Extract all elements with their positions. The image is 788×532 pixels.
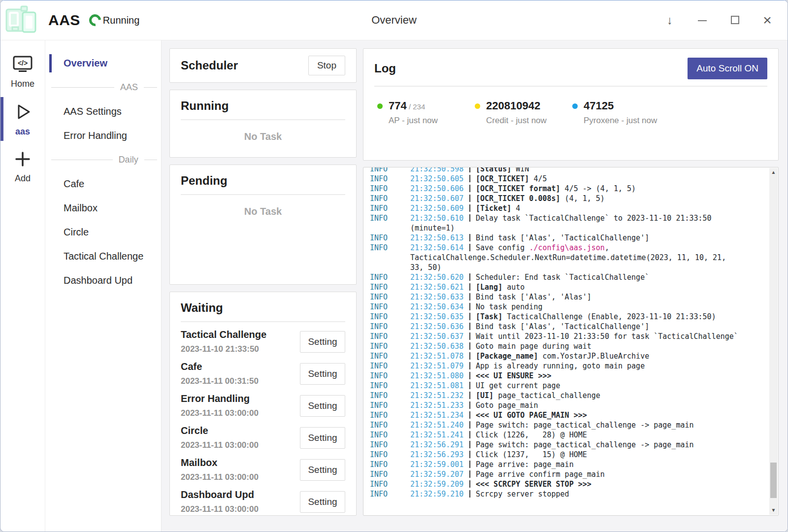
log-timestamp: 21:32:56.291 bbox=[410, 440, 465, 450]
nav-item-error-handling[interactable]: Error Handling bbox=[45, 124, 161, 148]
setting-button[interactable]: Setting bbox=[300, 491, 345, 513]
log-column: Log Auto Scroll ON 774 / 234AP - just no… bbox=[363, 48, 779, 516]
log-level: INFO bbox=[370, 312, 410, 322]
log-timestamp: 21:32:50.605 bbox=[410, 174, 465, 184]
log-message-segment: Goto page_main bbox=[476, 401, 538, 410]
log-separator bbox=[469, 175, 470, 182]
nav-item-aas-settings[interactable]: AAS Settings bbox=[45, 100, 161, 124]
log-message-segment: Bind task ['Alas', 'Alas'] bbox=[476, 293, 591, 301]
page-title: Overview bbox=[371, 14, 417, 27]
log-viewport[interactable]: INFO21:32:50.598[Status] WININFO21:32:50… bbox=[363, 167, 770, 515]
divider-line bbox=[51, 87, 114, 88]
scheduler-card: Scheduler Stop bbox=[169, 48, 357, 83]
nav-item-circle[interactable]: Circle bbox=[45, 220, 161, 244]
setting-button[interactable]: Setting bbox=[300, 427, 345, 449]
log-level: INFO bbox=[370, 460, 410, 469]
log-separator bbox=[469, 431, 470, 438]
log-entry: INFO21:32:50.605[OCR_TICKET] 4/5 bbox=[370, 174, 770, 184]
log-timestamp: 21:32:50.635 bbox=[410, 312, 465, 322]
log-separator bbox=[469, 372, 470, 379]
setting-button[interactable]: Setting bbox=[300, 459, 345, 481]
nav-item-mailbox[interactable]: Mailbox bbox=[45, 196, 161, 220]
nav-item-dashboard-upd[interactable]: Dashboard Upd bbox=[45, 268, 161, 293]
log-message-segment: Click (1226, 28) @ HOME bbox=[476, 431, 587, 439]
waiting-task-name: Mailbox bbox=[181, 457, 259, 468]
divider bbox=[181, 194, 345, 195]
stop-button[interactable]: Stop bbox=[308, 56, 345, 75]
log-message-segment: Page switch: page_tactical_challenge -> … bbox=[476, 421, 694, 430]
log-entry: INFO21:32:59.207Page arrive confirm page… bbox=[370, 469, 770, 479]
nav-item-cafe[interactable]: Cafe bbox=[45, 172, 161, 196]
log-timestamp: 21:32:59.210 bbox=[410, 489, 465, 499]
waiting-task-row: Cafe2023-11-11 00:31:50Setting bbox=[181, 361, 345, 386]
rail-item-add[interactable]: Add bbox=[0, 143, 45, 190]
log-separator bbox=[469, 303, 470, 310]
log-message-segment: No task pending bbox=[476, 302, 542, 311]
log-separator bbox=[469, 401, 470, 409]
log-message-segment: TacticalChallenge.Scheduler.NextRun=date… bbox=[410, 253, 726, 262]
waiting-task-next-run: 2023-11-11 03:00:00 bbox=[181, 504, 259, 514]
minimize-icon[interactable] bbox=[695, 13, 710, 27]
waiting-task-next-run: 2023-11-11 03:00:00 bbox=[181, 408, 259, 418]
log-separator bbox=[469, 392, 470, 399]
log-timestamp: 21:32:50.606 bbox=[410, 184, 465, 194]
divider bbox=[181, 321, 345, 322]
log-level: INFO bbox=[370, 213, 410, 223]
download-update-icon[interactable]: ↓ bbox=[662, 13, 677, 27]
log-message-segment: [OCR_TICKET format] bbox=[476, 184, 560, 193]
stat-suffix: / 234 bbox=[407, 102, 426, 111]
log-message-segment: Page arrive confirm page_main bbox=[476, 470, 605, 479]
waiting-task-info: Mailbox2023-11-11 03:00:00 bbox=[181, 457, 259, 482]
log-entry: INFO21:32:50.633Bind task ['Alas', 'Alas… bbox=[370, 292, 770, 302]
divider-line bbox=[51, 160, 113, 160]
log-separator bbox=[469, 283, 470, 291]
maximize-icon[interactable] bbox=[727, 13, 742, 27]
nav-item-tactical-challenge[interactable]: Tactical Challenge bbox=[45, 244, 161, 268]
log-separator bbox=[469, 204, 470, 212]
log-timestamp: 21:32:51.078 bbox=[410, 351, 465, 361]
waiting-task-next-run: 2023-11-11 00:31:50 bbox=[181, 376, 259, 386]
pending-empty-text: No Task bbox=[181, 206, 345, 217]
waiting-task-next-run: 2023-11-10 21:33:50 bbox=[181, 344, 266, 354]
scheduler-title: Scheduler bbox=[181, 59, 238, 72]
rail-item-home[interactable]: </>Home bbox=[0, 48, 45, 95]
nav-item-overview[interactable]: Overview bbox=[45, 51, 161, 75]
setting-button[interactable]: Setting bbox=[300, 363, 345, 385]
auto-scroll-button[interactable]: Auto Scroll ON bbox=[688, 58, 767, 79]
log-message-segment: Delay task `TacticalChallenge` to 2023-1… bbox=[476, 214, 712, 223]
nav-group-label: Daily bbox=[113, 155, 144, 165]
log-entry: INFO21:32:51.234<<< UI GOTO PAGE_MAIN >>… bbox=[370, 410, 770, 420]
waiting-task-next-run: 2023-11-11 03:00:00 bbox=[181, 472, 259, 482]
log-entry: INFO21:32:50.609[Ticket] 4 bbox=[370, 203, 770, 213]
log-level: INFO bbox=[370, 489, 410, 499]
log-level: INFO bbox=[370, 430, 410, 440]
log-separator bbox=[469, 490, 470, 498]
log-message-segment: [Status] bbox=[476, 167, 511, 173]
waiting-task-row: Circle2023-11-11 03:00:00Setting bbox=[181, 425, 345, 450]
log-message-segment: [Task] bbox=[476, 312, 502, 321]
stat-text: 774 / 234AP - just now bbox=[389, 100, 438, 126]
pending-card: Pending No Task bbox=[169, 165, 357, 285]
log-entry: INFO21:32:51.233Goto page_main bbox=[370, 400, 770, 410]
log-message-segment: App is already running, goto main page bbox=[476, 362, 645, 370]
log-card: Log Auto Scroll ON 774 / 234AP - just no… bbox=[363, 48, 779, 161]
waiting-task-name: Tactical Challenge bbox=[181, 329, 266, 340]
icon-rail: </>HomeaasAdd bbox=[0, 40, 45, 532]
log-level: INFO bbox=[370, 341, 410, 351]
divider bbox=[181, 119, 345, 120]
scrollbar-thumb[interactable] bbox=[770, 463, 777, 498]
scroll-down-icon[interactable]: ▼ bbox=[769, 506, 778, 514]
nav-group-label: AAS bbox=[114, 82, 144, 93]
setting-button[interactable]: Setting bbox=[300, 331, 345, 353]
log-entry: INFO21:32:51.232[UI] page_tactical_chall… bbox=[370, 391, 770, 400]
scroll-up-icon[interactable]: ▲ bbox=[769, 168, 778, 176]
log-separator bbox=[469, 421, 470, 429]
waiting-task-info: Circle2023-11-11 03:00:00 bbox=[181, 425, 259, 450]
svg-text:</>: </> bbox=[18, 59, 28, 67]
waiting-task-name: Cafe bbox=[181, 361, 259, 372]
setting-button[interactable]: Setting bbox=[300, 395, 345, 417]
log-scrollbar[interactable]: ▲ ▼ bbox=[769, 168, 778, 515]
rail-item-aas[interactable]: aas bbox=[0, 95, 45, 143]
close-icon[interactable]: × bbox=[760, 12, 775, 29]
stat-dot-icon bbox=[572, 103, 578, 109]
